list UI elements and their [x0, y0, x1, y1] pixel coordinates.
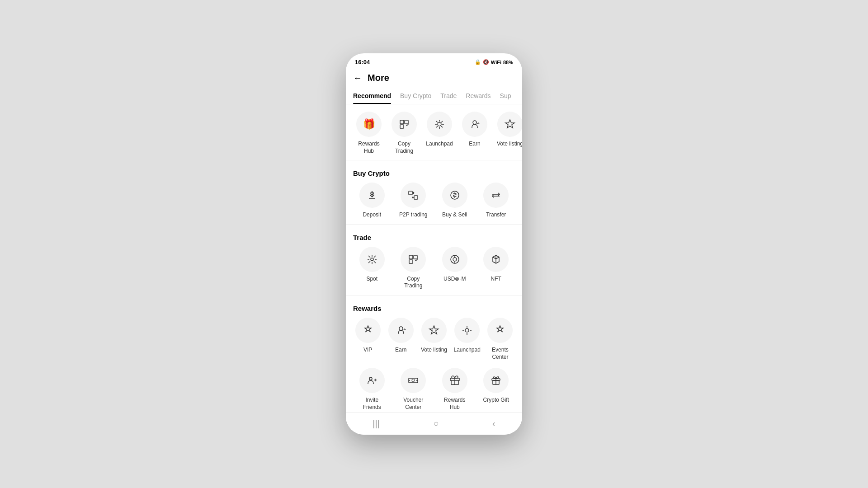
trade-section: Trade [346, 226, 522, 293]
status-bar: 16:04 🔒 🔇 WiFi 88% [346, 53, 522, 69]
buy-crypto-grid: Deposit P2P trading [353, 183, 515, 219]
recommend-earn[interactable]: Earn [459, 112, 491, 155]
launchpad-rewards-label: Launchpad [454, 347, 481, 354]
nav-menu-button[interactable]: ||| [373, 418, 380, 429]
tab-trade[interactable]: Trade [440, 89, 457, 104]
header: ← More [346, 69, 522, 89]
copy-trading-trade-label: CopyTrading [404, 276, 422, 290]
invite-friends-item[interactable]: InviteFriends [353, 368, 391, 411]
vote-listing-icon [497, 112, 522, 137]
recommend-rewards-hub[interactable]: 🎁 RewardsHub [353, 112, 385, 155]
svg-rect-18 [409, 255, 413, 259]
mute-icon: 🔇 [483, 59, 489, 65]
time: 16:04 [355, 59, 370, 66]
copy-trading-label: CopyTrading [395, 141, 413, 155]
usd-m-icon [442, 247, 467, 272]
divider-2 [346, 224, 522, 225]
rewards-hub-r-label: RewardsHub [444, 397, 465, 411]
vip-icon [355, 318, 381, 343]
svg-rect-7 [414, 196, 418, 199]
voucher-center-item[interactable]: VoucherCenter [395, 368, 433, 411]
nav-back-button[interactable]: ‹ [492, 418, 495, 429]
launchpad-rewards-item[interactable]: Launchpad [453, 318, 482, 361]
earn-rewards-item[interactable]: Earn [386, 318, 415, 361]
rewards-row1: VIP Earn [353, 318, 515, 361]
svg-rect-19 [414, 255, 417, 259]
rewards-hub-r-icon [442, 368, 467, 393]
rewards-hub-label: RewardsHub [358, 141, 379, 155]
nft-label: NFT [491, 276, 501, 283]
recommend-copy-trading[interactable]: CopyTrading [388, 112, 420, 155]
launchpad-label: Launchpad [426, 141, 453, 148]
wifi-icon: WiFi [491, 60, 501, 65]
buy-sell-icon [442, 183, 467, 208]
earn-rewards-label: Earn [395, 347, 406, 354]
svg-point-29 [412, 379, 415, 382]
nav-home-button[interactable]: ○ [433, 418, 439, 429]
recommend-launchpad[interactable]: Launchpad [424, 112, 455, 155]
svg-line-13 [374, 261, 376, 263]
tab-buy-crypto[interactable]: Buy Crypto [400, 89, 431, 104]
svg-point-32 [498, 376, 499, 377]
divider-1 [346, 160, 522, 160]
copy-trading-trade-item[interactable]: CopyTrading [395, 247, 433, 290]
rewards-hub-r-item[interactable]: RewardsHub [436, 368, 474, 411]
crypto-gift-icon [483, 368, 509, 393]
page-title: More [368, 73, 389, 83]
rewards-row2: InviteFriends VoucherCenter [353, 368, 515, 411]
usd-m-item[interactable]: USD⊗-M [436, 247, 474, 290]
status-icons: 🔒 🔇 WiFi 88% [475, 59, 513, 65]
buy-crypto-section: Buy Crypto Deposit [346, 162, 522, 222]
p2p-label: P2P trading [399, 211, 428, 219]
transfer-item[interactable]: Transfer [477, 183, 515, 219]
events-center-item[interactable]: EventsCenter [486, 318, 515, 361]
invite-friends-icon [359, 368, 385, 393]
tab-recommend[interactable]: Recommend [353, 89, 391, 104]
svg-rect-2 [400, 125, 404, 128]
spot-icon [359, 247, 385, 272]
trade-grid: Spot CopyTrading [353, 247, 515, 290]
svg-point-22 [453, 258, 457, 261]
rewards-hub-icon: 🎁 [356, 112, 382, 137]
back-button[interactable]: ← [353, 73, 362, 83]
earn-icon [462, 112, 487, 137]
earn-label: Earn [469, 141, 480, 148]
svg-point-9 [371, 258, 373, 261]
spot-label: Spot [366, 276, 377, 283]
buy-crypto-title: Buy Crypto [353, 169, 515, 177]
svg-rect-0 [400, 120, 404, 124]
main-content: 🎁 RewardsHub CopyTrading [346, 104, 522, 413]
nft-icon [483, 247, 509, 272]
launchpad-rewards-icon [454, 318, 480, 343]
spot-item[interactable]: Spot [353, 247, 391, 290]
svg-rect-1 [405, 120, 408, 124]
recommend-section: 🎁 RewardsHub CopyTrading [346, 104, 522, 158]
voucher-center-label: VoucherCenter [403, 397, 423, 411]
invite-friends-label: InviteFriends [363, 397, 381, 411]
vote-listing-rewards-item[interactable]: Vote listing [419, 318, 448, 361]
transfer-label: Transfer [486, 211, 506, 219]
rewards-section: Rewards VIP [346, 297, 522, 413]
lock-icon: 🔒 [475, 59, 481, 65]
usd-m-label: USD⊗-M [443, 276, 466, 283]
svg-rect-20 [409, 260, 413, 263]
vip-item[interactable]: VIP [353, 318, 382, 361]
crypto-gift-item[interactable]: Crypto Gift [477, 368, 515, 411]
p2p-trading-item[interactable]: P2P trading [395, 183, 433, 219]
tabs-bar: Recommend Buy Crypto Trade Rewards Sup [346, 89, 522, 104]
deposit-item[interactable]: Deposit [353, 183, 391, 219]
events-center-label: EventsCenter [492, 347, 509, 361]
buy-sell-item[interactable]: Buy & Sell [436, 183, 474, 219]
tab-rewards[interactable]: Rewards [466, 89, 491, 104]
events-center-icon [487, 318, 513, 343]
earn-rewards-icon [388, 318, 414, 343]
vote-listing-label: Vote listing [497, 141, 522, 148]
vote-listing-rewards-icon [421, 318, 447, 343]
divider-3 [346, 295, 522, 296]
p2p-icon [401, 183, 426, 208]
tab-sup[interactable]: Sup [500, 89, 511, 104]
transfer-icon [483, 183, 509, 208]
nft-item[interactable]: NFT [477, 247, 515, 290]
svg-rect-6 [409, 191, 412, 195]
recommend-vote-listing[interactable]: Vote listing [494, 112, 522, 155]
